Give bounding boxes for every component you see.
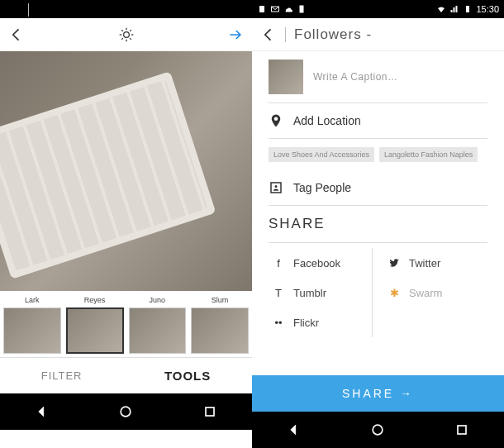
filter-strip[interactable]: Lark Reyes Juno Slum — [0, 291, 252, 357]
add-location-label: Add Location — [293, 114, 361, 127]
svg-point-0 — [123, 31, 129, 37]
share-content: Write A Caption… Add Location Love Shoes… — [252, 51, 504, 375]
svg-line-5 — [121, 30, 123, 31]
filter-juno[interactable]: Juno — [129, 296, 187, 354]
caption-thumbnail — [269, 60, 303, 94]
tumblr-icon: T — [272, 286, 285, 299]
svg-rect-17 — [458, 426, 466, 434]
sd-icon — [297, 4, 307, 14]
nav-recent-icon[interactable] — [202, 403, 218, 420]
share-heading: SHARE — [269, 206, 487, 243]
back-icon[interactable] — [8, 26, 25, 43]
photo-preview — [0, 51, 252, 291]
share-screen: 15:30 Followers - Write A Caption… Add L… — [252, 0, 504, 448]
share-facebook[interactable]: fFacebook — [269, 248, 372, 278]
tag-people-row[interactable]: Tag People — [269, 170, 487, 206]
next-icon[interactable] — [227, 26, 244, 43]
page-title: Followers - — [294, 26, 372, 43]
back-icon[interactable] — [260, 26, 277, 43]
divider — [28, 3, 29, 17]
tab-filter[interactable]: FILTER — [41, 369, 83, 382]
editor-screen: Lark Reyes Juno Slum FILTER TOOLS — [0, 0, 252, 448]
filter-slum[interactable]: Slum — [191, 296, 249, 354]
share-swarm[interactable]: ✱Swarm — [384, 278, 487, 307]
nav-back-icon[interactable] — [34, 403, 50, 420]
nav-home-icon[interactable] — [369, 422, 386, 438]
tab-tools[interactable]: TOOLS — [164, 369, 211, 383]
cloud-icon — [283, 4, 293, 14]
share-options: fFacebook TTumblr ••Flickr Twitter ✱Swar… — [269, 243, 487, 342]
filter-lark[interactable]: Lark — [3, 296, 61, 354]
signal-icon — [449, 4, 459, 14]
facebook-icon: f — [272, 256, 285, 269]
location-tag[interactable]: Langoletto Fashion Naples — [379, 147, 478, 162]
caption-row[interactable]: Write A Caption… — [269, 51, 487, 103]
share-topbar: Followers - — [252, 18, 504, 51]
nav-back-icon[interactable] — [286, 422, 302, 438]
filter-reyes[interactable]: Reyes — [66, 296, 124, 354]
divider — [285, 27, 286, 42]
clock: 15:30 — [476, 4, 499, 14]
svg-point-15 — [275, 185, 278, 188]
mail-icon — [270, 4, 280, 14]
wifi-icon — [436, 4, 446, 14]
android-nav — [0, 393, 252, 430]
share-tumblr[interactable]: TTumblr — [269, 278, 372, 307]
status-bar — [0, 0, 252, 18]
svg-rect-12 — [300, 6, 304, 13]
caption-input[interactable]: Write A Caption… — [313, 71, 398, 83]
status-bar: 15:30 — [252, 0, 504, 18]
swarm-icon: ✱ — [388, 286, 401, 299]
svg-line-6 — [130, 38, 131, 40]
nav-home-icon[interactable] — [117, 403, 134, 420]
svg-rect-11 — [259, 6, 264, 12]
location-tag[interactable]: Love Shoes And Accessories — [269, 147, 374, 162]
brightness-icon[interactable] — [118, 26, 135, 43]
battery-icon — [463, 4, 473, 14]
svg-line-8 — [130, 30, 131, 31]
svg-line-7 — [121, 38, 123, 40]
location-suggestions: Love Shoes And Accessories Langoletto Fa… — [269, 139, 487, 170]
android-nav — [252, 412, 504, 448]
share-button[interactable]: SHARE → — [252, 375, 504, 412]
share-flickr[interactable]: ••Flickr — [269, 307, 372, 337]
add-location-row[interactable]: Add Location — [269, 103, 487, 139]
svg-point-9 — [121, 407, 131, 417]
notif-icon — [257, 4, 267, 14]
svg-rect-10 — [206, 407, 214, 416]
flickr-icon: •• — [272, 316, 285, 329]
share-twitter[interactable]: Twitter — [384, 248, 487, 278]
tag-people-label: Tag People — [293, 181, 351, 194]
svg-rect-13 — [466, 6, 469, 12]
editor-tabs: FILTER TOOLS — [0, 357, 252, 393]
nav-recent-icon[interactable] — [454, 422, 470, 438]
location-icon — [269, 113, 283, 128]
person-icon — [269, 180, 283, 195]
svg-point-16 — [373, 425, 383, 435]
editor-topbar — [0, 18, 252, 51]
twitter-icon — [388, 256, 401, 269]
